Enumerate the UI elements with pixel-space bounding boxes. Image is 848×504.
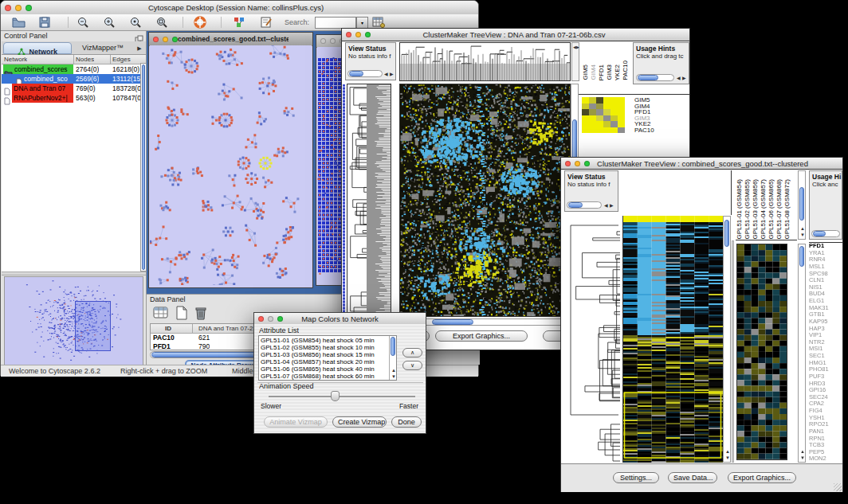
column-label[interactable]: GIM3 (606, 64, 614, 80)
column-labels[interactable]: GPL51-01 (GSM854)GPL51-02 (GSM855)GPL51-… (736, 170, 797, 240)
treeview-dna-titlebar[interactable]: ClusterMaker TreeView : DNA and Tran 07-… (342, 29, 689, 41)
heatmap-canvas[interactable] (399, 84, 571, 317)
gene-list[interactable]: PFD1YRA1RNR4MSL1SPC98CLN1NIS1BUD4ELG1MAK… (809, 242, 843, 463)
scroll-left-icon[interactable]: ◀ (384, 72, 388, 77)
table-row[interactable]: DNA and Tran 07 769(0) 183728(0) (2, 84, 146, 93)
scroll-down-icon[interactable]: ▼ (391, 374, 396, 380)
column-label[interactable]: GPL51-04 (GSM857) (760, 179, 768, 240)
heatmap-canvas[interactable] (622, 216, 723, 463)
zoom-button[interactable] (172, 37, 178, 42)
help-ring-icon[interactable] (194, 16, 206, 32)
delete-attribute-icon[interactable] (194, 306, 207, 323)
settings-button[interactable]: Settings... (613, 472, 659, 483)
zoom-in-icon[interactable] (104, 17, 116, 32)
panel-splitter[interactable] (732, 240, 734, 463)
view-status-scrollbar[interactable] (347, 70, 383, 77)
zoom-selected-icon[interactable] (130, 17, 142, 32)
search-input[interactable] (315, 17, 356, 29)
tab-overflow-button[interactable]: ▶ (134, 42, 145, 54)
column-label[interactable]: PFD1 (598, 64, 606, 80)
attribute-item[interactable]: GPL51-01 (GSM854) heat shock 05 min (261, 337, 388, 344)
open-file-icon[interactable] (12, 17, 26, 31)
row-dendrogram-canvas[interactable] (347, 84, 391, 317)
close-button[interactable] (258, 316, 264, 322)
zoom-fit-icon[interactable] (156, 17, 168, 32)
attribute-item[interactable]: GPL51-04 (GSM857) heat shock 20 min (261, 358, 388, 365)
column-label[interactable]: GPL51-06 (GSM865) (768, 179, 775, 240)
main-titlebar[interactable]: Cytoscape Desktop (Session Name: collins… (1, 1, 478, 15)
network-view-titlebar[interactable]: combined_scores_good.txt--cluste... (149, 33, 312, 46)
zoom-button[interactable] (26, 5, 32, 11)
minimize-button[interactable] (163, 37, 168, 42)
new-attribute-icon[interactable] (175, 306, 188, 323)
view-status-scrollbar[interactable] (567, 201, 602, 209)
gene-list[interactable]: GIM5GIM4PFD1GIM3YKE2PAC10 (634, 97, 689, 137)
zoom-heatmap-canvas[interactable] (736, 244, 787, 460)
treeview-combined-titlebar[interactable]: ClusterMaker TreeView : combined_scores_… (561, 158, 842, 170)
scroll-up-icon[interactable]: ▲ (391, 368, 396, 373)
heatmap-v-scrollbar[interactable]: ▲ ▼ (723, 216, 731, 463)
col-header-id[interactable]: ID (165, 325, 171, 332)
network-overview-canvas[interactable] (4, 276, 143, 365)
create-vizmap-button[interactable]: Create Vizmap (332, 416, 387, 428)
export-graphics-button[interactable]: Export Graphics... (728, 472, 796, 483)
column-label[interactable]: GPL51-08 (GSM872) (783, 179, 791, 240)
move-up-button[interactable]: ∧ (402, 348, 422, 357)
column-label[interactable]: GPL51-01 (GSM854) (736, 179, 744, 240)
attribute-item[interactable]: GPL51-02 (GSM855) heat shock 10 min (261, 344, 388, 351)
attribute-list[interactable]: GPL51-01 (GSM854) heat shock 05 minGPL51… (258, 335, 397, 381)
vizmapper-icon[interactable] (234, 17, 245, 31)
scroll-right-icon[interactable]: ▶ (682, 76, 686, 81)
move-down-button[interactable]: ∨ (402, 361, 422, 370)
annotation-icon[interactable] (261, 17, 273, 31)
speed-slider-thumb[interactable] (331, 391, 340, 401)
scroll-down-icon[interactable]: ▼ (725, 455, 730, 461)
save-icon[interactable] (39, 17, 50, 31)
col-header-nodes[interactable]: Nodes (76, 56, 94, 63)
minimize-button[interactable] (575, 161, 580, 166)
dendrogram-splitter[interactable]: ◀▶ (571, 42, 579, 81)
close-button[interactable] (5, 5, 11, 11)
usage-hints-scrollbar[interactable] (811, 230, 840, 237)
attribute-item[interactable]: GPL51-06 (GSM865) heat shock 40 min (261, 365, 388, 373)
table-row[interactable]: combined_scores 2764(0) 16218(0) (2, 64, 146, 74)
row-dendrogram-canvas[interactable] (564, 216, 620, 463)
column-label[interactable]: GIM5 (582, 64, 590, 80)
col-header-network[interactable]: Network (4, 56, 27, 63)
zoom-v-scrollbar[interactable]: ▲ ▼ (798, 244, 806, 463)
column-label[interactable]: GPL51-03 (GSM856) (752, 179, 760, 240)
dialog-titlebar[interactable]: Map Colors to Network (254, 313, 426, 325)
zoom-button[interactable] (277, 316, 283, 322)
attribute-item[interactable]: GPL51-07 (GSM868) heat shock 60 min (261, 373, 388, 380)
column-label[interactable]: GPL51-02 (GSM855) (744, 179, 752, 240)
scroll-left-icon[interactable]: ◀ (677, 76, 681, 81)
close-button[interactable] (320, 38, 326, 44)
scroll-down-icon[interactable]: ▼ (800, 232, 805, 238)
scroll-right-icon[interactable]: ▶ (610, 203, 614, 209)
column-labels-scrollbar[interactable]: ▲ ▼ (798, 170, 806, 240)
animate-vizmap-button[interactable]: Animate Vizmap (264, 416, 328, 428)
minimize-button[interactable] (355, 32, 361, 37)
minimize-button[interactable] (15, 5, 22, 11)
resize-grip[interactable] (834, 483, 842, 491)
minimize-button[interactable] (330, 38, 336, 44)
done-button[interactable]: Done (391, 416, 422, 428)
close-button[interactable] (346, 32, 351, 37)
column-label[interactable]: GIM4 (590, 64, 598, 80)
close-button[interactable] (565, 161, 571, 166)
column-label[interactable]: YKE2 (614, 64, 622, 80)
scroll-up-icon[interactable]: ▲ (800, 449, 805, 455)
save-data-button[interactable]: Save Data... (668, 472, 717, 483)
close-button[interactable] (153, 37, 159, 42)
tab-vizmapper[interactable]: VizMapper™ (73, 42, 132, 54)
tab-network[interactable]: Network (3, 42, 72, 54)
gene-label[interactable]: MON2 (809, 455, 843, 463)
scroll-down-icon[interactable]: ▼ (800, 455, 805, 461)
network-canvas[interactable] (150, 45, 312, 285)
column-label[interactable]: GPL51-07 (GSM868) (775, 179, 783, 240)
scroll-left-icon[interactable]: ◀ (604, 203, 608, 209)
column-labels[interactable]: GIM5GIM4PFD1GIM3YKE2PAC10 (582, 42, 631, 80)
similarity-matrix[interactable] (582, 97, 625, 133)
usage-hints-scrollbar[interactable] (636, 74, 674, 81)
zoom-button[interactable] (365, 32, 371, 37)
